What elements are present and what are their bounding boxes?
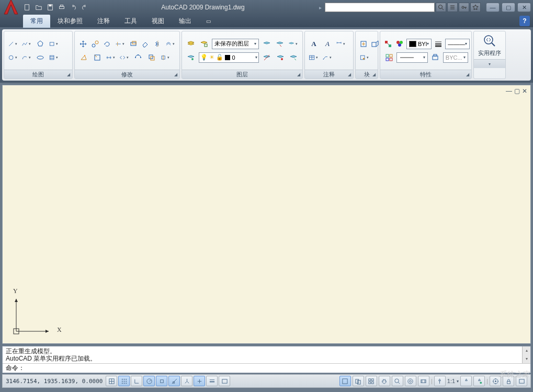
insert-block-button[interactable] [359, 38, 368, 50]
ducs-toggle[interactable] [181, 376, 192, 386]
tab-output[interactable]: 输出 [172, 15, 199, 28]
rotate-button[interactable] [103, 38, 112, 50]
layer-thaw-button[interactable] [275, 52, 286, 63]
app-menu-icon[interactable] [2, 0, 20, 16]
layer-isolate-button[interactable] [261, 38, 272, 50]
layer-freeze-button[interactable] [275, 38, 286, 50]
erase-button[interactable] [140, 38, 150, 50]
maximize-button[interactable]: ▢ [502, 3, 515, 12]
offset-button[interactable]: ▾ [165, 38, 176, 50]
panel-block-title[interactable]: 块◢ [356, 70, 378, 79]
panel-draw-title[interactable]: 绘图◢ [4, 70, 72, 79]
zoom-button[interactable] [392, 376, 403, 386]
utilities-button[interactable]: 实用程序 [474, 31, 505, 59]
lineweight-button[interactable] [434, 38, 443, 50]
drawing-area[interactable]: — ▢ ✕ Y X [2, 85, 531, 344]
showmotion-button[interactable] [418, 376, 429, 386]
grid-toggle[interactable] [118, 376, 130, 386]
array-button[interactable] [132, 52, 144, 63]
qat-undo-icon[interactable] [68, 2, 78, 13]
qview-layouts-button[interactable] [353, 376, 364, 386]
leader-button[interactable]: ▾ [322, 52, 333, 63]
minimize-button[interactable]: — [486, 3, 500, 12]
command-scrollbar[interactable]: ▴▾ [522, 346, 530, 363]
qp-toggle[interactable] [219, 376, 230, 386]
lineweight-combo[interactable]: ▾ [396, 52, 428, 63]
tab-extra-icon[interactable]: ▭ [199, 16, 218, 26]
mirror-button[interactable] [153, 38, 163, 50]
layer-unisolate-button[interactable] [261, 52, 273, 63]
qat-redo-icon[interactable] [80, 2, 90, 13]
edit-block-button[interactable]: ▾ [359, 52, 370, 63]
explode-button[interactable] [78, 52, 89, 63]
scale-button[interactable]: ▾ [119, 52, 130, 63]
pan-button[interactable] [379, 376, 390, 386]
panel-utilities-title[interactable]: ▾ [474, 59, 505, 68]
polyline-button[interactable]: ▾ [21, 38, 32, 50]
layer-current-combo[interactable]: 💡 ☀ 🔓 0 ▾ [199, 52, 259, 63]
qat-new-icon[interactable] [22, 2, 32, 13]
match-properties-button[interactable] [383, 38, 393, 50]
panel-annotate-title[interactable]: 注释◢ [305, 70, 353, 79]
text-button[interactable]: A [322, 38, 333, 50]
dimension-button[interactable]: ▾ [335, 38, 347, 50]
rectangle-button[interactable]: ▾ [48, 38, 60, 50]
vp-close-icon[interactable]: ✕ [522, 87, 527, 95]
break-button[interactable]: ▾ [160, 52, 171, 63]
trim-button[interactable]: ▾ [115, 38, 126, 50]
align-button[interactable] [146, 52, 157, 63]
coordinates-display[interactable]: 3146.7154, 1935.1639, 0.0000 [6, 378, 103, 385]
clean-screen-button[interactable] [516, 376, 527, 386]
linetype-combo[interactable]: ———▾ [445, 39, 470, 49]
color-picker-button[interactable] [395, 38, 404, 50]
stretch-button[interactable]: ▾ [105, 52, 117, 63]
arc-button[interactable]: ▾ [21, 52, 32, 63]
panel-layer-title[interactable]: 图层◢ [182, 70, 302, 79]
snap-toggle[interactable] [106, 376, 117, 386]
tab-annotate[interactable]: 注释 [90, 15, 117, 28]
lwt-toggle[interactable] [206, 376, 218, 386]
copy-button[interactable] [90, 38, 100, 50]
osnap-toggle[interactable] [156, 376, 167, 386]
qview-drawings-button[interactable] [366, 376, 377, 386]
layer-on-button[interactable] [288, 52, 299, 63]
panel-properties-title[interactable]: 特性◢ [380, 70, 471, 79]
plotstyle-button[interactable] [430, 52, 441, 63]
workspace-switching-button[interactable] [490, 376, 501, 386]
mtext-button[interactable]: A [308, 38, 320, 50]
color-combo[interactable]: BYl▾ [406, 39, 432, 49]
search-input[interactable] [325, 3, 435, 12]
list-button[interactable] [383, 52, 394, 63]
layer-match-button[interactable]: ▾ [288, 38, 299, 50]
favorite-button[interactable] [470, 3, 481, 12]
search-button[interactable] [436, 3, 446, 12]
help-button[interactable]: ? [519, 16, 530, 26]
annotation-autoscale-button[interactable] [473, 376, 485, 386]
create-block-button[interactable] [370, 38, 380, 50]
ortho-toggle[interactable] [131, 376, 142, 386]
extend-button[interactable] [128, 38, 138, 50]
polygon-button[interactable] [35, 38, 46, 50]
layer-states-button[interactable] [198, 38, 209, 50]
tab-home[interactable]: 常用 [23, 15, 50, 28]
tab-blocks[interactable]: 块和参照 [50, 15, 90, 28]
fillet-button[interactable] [92, 52, 103, 63]
layer-properties-button[interactable] [185, 38, 196, 50]
model-toggle[interactable] [339, 376, 351, 386]
qat-open-icon[interactable] [33, 2, 44, 13]
vp-minimize-icon[interactable]: — [506, 87, 512, 95]
annotation-scale-value[interactable]: 1:1 [447, 378, 455, 384]
tab-tools[interactable]: 工具 [117, 15, 144, 28]
hatch-button[interactable]: ▾ [48, 52, 60, 63]
steering-wheel-button[interactable] [405, 376, 416, 386]
command-input[interactable]: 命令： [3, 363, 530, 373]
dyn-toggle[interactable] [194, 376, 205, 386]
annotation-scale-icon[interactable] [434, 376, 446, 386]
otrack-toggle[interactable] [168, 376, 180, 386]
layer-state-combo[interactable]: 未保存的图层▾ [212, 39, 259, 49]
close-button[interactable]: ✕ [517, 3, 531, 12]
line-button[interactable]: ▾ [7, 38, 19, 50]
tab-view[interactable]: 视图 [144, 15, 172, 28]
toolrail-lock-button[interactable] [503, 376, 514, 386]
key-button[interactable] [459, 3, 469, 12]
